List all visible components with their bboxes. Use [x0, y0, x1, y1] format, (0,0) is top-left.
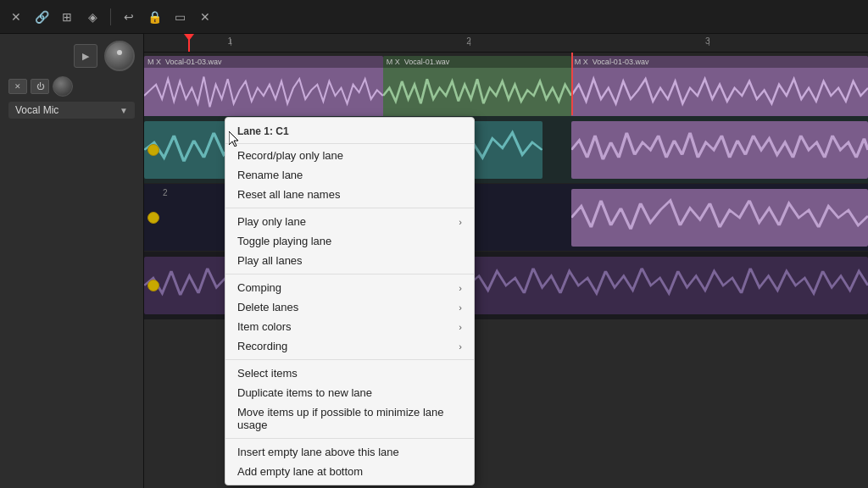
- menu-item-add-empty[interactable]: Add empty lane at bottom: [225, 462, 474, 481]
- menu-sep-3: [225, 359, 474, 360]
- menu-item-add-empty-label: Add empty lane at bottom: [237, 465, 462, 478]
- clip-1[interactable]: M X Vocal-01-03.wav: [144, 56, 383, 124]
- menu-item-play-all-label: Play all lanes: [237, 254, 462, 267]
- menu-item-move-items[interactable]: Move items up if possible to minimize la…: [225, 402, 474, 435]
- context-menu: Lane 1: C1 Record/play only lane Rename …: [225, 117, 475, 485]
- track-dropdown-arrow[interactable]: ▼: [120, 106, 128, 115]
- menu-item-comping[interactable]: Comping ›: [225, 278, 474, 297]
- clip-header-3: M X Vocal-01-03.wav: [571, 56, 868, 68]
- lane2-clip1-waveform: [571, 189, 868, 247]
- clip-header-2: M X Vocal-01.wav: [383, 56, 571, 68]
- menu-item-select-items-label: Select items: [237, 367, 462, 380]
- ruler-label-1: 1: [227, 36, 232, 46]
- slash-icon[interactable]: ✕: [196, 8, 214, 26]
- menu-item-toggle-playing-label: Toggle playing lane: [237, 235, 462, 247]
- left-panel: ▶ ✕ ⏻ Vocal Mic ▼: [0, 34, 144, 488]
- menu-item-play-only-arrow: ›: [459, 217, 462, 227]
- clip-label-3: M X Vocal-01-03.wav: [575, 58, 649, 66]
- volume-knob[interactable]: [104, 41, 135, 71]
- toolbar: ✕ 🔗 ⊞ ◈ ↩ 🔒 ▭ ✕: [0, 0, 868, 34]
- lane-2-dot: [147, 212, 159, 224]
- pan-knob[interactable]: [53, 76, 73, 97]
- grid-icon[interactable]: ⊞: [58, 8, 76, 26]
- menu-item-insert-empty[interactable]: Insert empty lane above this lane: [225, 442, 474, 462]
- menu-item-reset-names-label: Reset all lane names: [237, 188, 462, 201]
- menu-item-delete-lanes[interactable]: Delete lanes ›: [225, 297, 474, 317]
- track-name-row[interactable]: Vocal Mic ▼: [8, 102, 135, 119]
- link-icon[interactable]: 🔗: [32, 8, 51, 26]
- menu-item-comping-arrow: ›: [459, 283, 462, 293]
- track-name: Vocal Mic: [15, 104, 58, 116]
- red-marker: [571, 53, 573, 115]
- lock-icon[interactable]: 🔒: [145, 8, 164, 26]
- menu-item-recording-label: Recording: [237, 340, 459, 352]
- ruler: 1 2 3: [144, 34, 868, 53]
- knob-row: ▶: [8, 41, 135, 71]
- ruler-label-2: 2: [466, 36, 471, 46]
- clip-label-1: M X Vocal-01-03.wav: [147, 58, 222, 66]
- lane-1-dot: [147, 144, 159, 156]
- track-control: ▶ ✕ ⏻ Vocal Mic ▼: [0, 34, 143, 125]
- clip-label-2: M X Vocal-01.wav: [387, 58, 450, 66]
- ruler-label-3: 3: [705, 36, 710, 46]
- menu-item-item-colors-arrow: ›: [459, 322, 462, 332]
- menu-title: Lane 1: C1: [225, 121, 474, 144]
- menu-item-recording-arrow: ›: [459, 341, 462, 352]
- ruler-marks: 1 2 3: [144, 34, 868, 52]
- menu-item-item-colors-label: Item colors: [237, 320, 459, 333]
- menu-item-rename-label: Rename lane: [237, 169, 462, 181]
- menu-item-rename[interactable]: Rename lane: [225, 165, 474, 185]
- node-icon[interactable]: ◈: [83, 8, 102, 26]
- menu-sep-1: [225, 208, 474, 208]
- power-button[interactable]: ⏻: [31, 79, 49, 94]
- lane1-clip2-waveform: [571, 121, 868, 179]
- playhead-triangle: [184, 34, 194, 41]
- menu-item-duplicate-items[interactable]: Duplicate items to new lane: [225, 383, 474, 402]
- menu-item-delete-lanes-arrow: ›: [459, 302, 462, 313]
- clip-header-1: M X Vocal-01-03.wav: [144, 56, 383, 68]
- clip-2[interactable]: M X Vocal-01.wav: [383, 56, 571, 124]
- close-icon[interactable]: ✕: [7, 8, 25, 26]
- menu-item-duplicate-items-label: Duplicate items to new lane: [237, 386, 462, 399]
- menu-item-select-items[interactable]: Select items: [225, 363, 474, 383]
- menu-item-record-play-label: Record/play only lane: [237, 149, 462, 162]
- lane2-clip1[interactable]: [571, 189, 868, 247]
- menu-item-move-items-label: Move items up if possible to minimize la…: [237, 406, 462, 431]
- playhead: [188, 34, 190, 52]
- menu-item-toggle-playing[interactable]: Toggle playing lane: [225, 231, 474, 251]
- menu-item-record-play[interactable]: Record/play only lane: [225, 146, 474, 165]
- lane1-clip2[interactable]: [571, 121, 868, 179]
- menu-item-recording[interactable]: Recording ›: [225, 336, 474, 356]
- menu-sep-4: [225, 438, 474, 439]
- x-button[interactable]: ✕: [8, 79, 27, 94]
- lane-top: M X Vocal-01-03.wav M X Vocal-01.wav: [144, 53, 868, 116]
- lane-2-number: 2: [163, 188, 168, 197]
- menu-sep-2: [225, 274, 474, 274]
- menu-item-insert-empty-label: Insert empty lane above this lane: [237, 446, 462, 458]
- play-button[interactable]: ▶: [74, 44, 97, 68]
- rect-icon[interactable]: ▭: [170, 8, 189, 26]
- sep1: [110, 8, 111, 25]
- menu-item-delete-lanes-label: Delete lanes: [237, 301, 459, 313]
- menu-item-comping-label: Comping: [237, 281, 459, 294]
- controls-row: ✕ ⏻: [8, 76, 135, 97]
- lane-3-dot: [147, 280, 159, 291]
- clip-3[interactable]: M X Vocal-01-03.wav: [571, 56, 868, 124]
- menu-item-item-colors[interactable]: Item colors ›: [225, 317, 474, 336]
- menu-item-play-only[interactable]: Play only lane ›: [225, 212, 474, 231]
- menu-item-reset-names[interactable]: Reset all lane names: [225, 185, 474, 204]
- menu-item-play-only-label: Play only lane: [237, 215, 459, 228]
- menu-item-play-all[interactable]: Play all lanes: [225, 251, 474, 270]
- undo-icon[interactable]: ↩: [120, 8, 138, 26]
